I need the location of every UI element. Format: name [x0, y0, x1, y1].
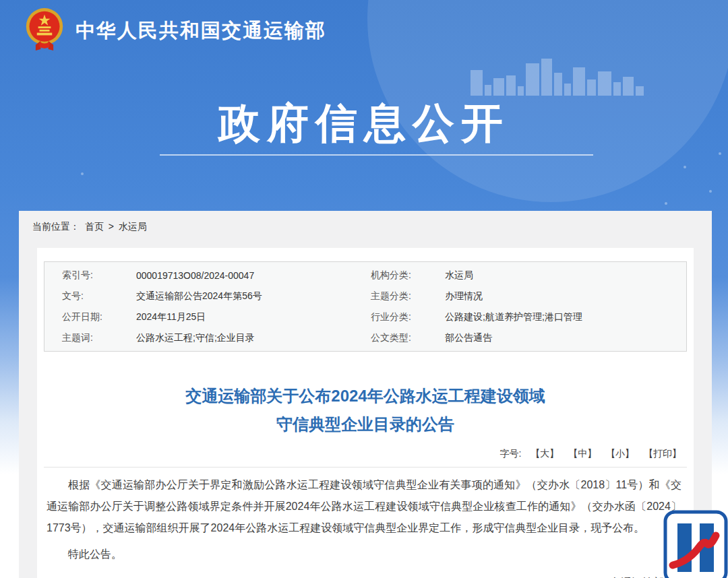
meta-value: 000019713O08/2024-00047 — [136, 270, 365, 281]
print-button[interactable]: 【打印】 — [644, 448, 681, 459]
site-title-link[interactable]: 中华人民共和国交通运输部 — [75, 18, 326, 44]
article-title-line1: 交通运输部关于公布2024年公路水运工程建设领域 — [37, 382, 694, 410]
breadcrumb-separator: > — [109, 221, 114, 232]
meta-value: 2024年11月25日 — [136, 311, 365, 323]
meta-value: 交通运输部公告2024年第56号 — [136, 290, 365, 302]
decor-dot — [81, 172, 84, 175]
logo-icon — [663, 510, 728, 578]
font-size-label: 字号: — [500, 448, 522, 459]
meta-label: 行业分类: — [365, 311, 445, 323]
font-medium-button[interactable]: 【中】 — [568, 448, 597, 459]
content-card: 当前位置： 首页 > 水运局 索引号: 000019713O08/2024-00… — [19, 211, 712, 578]
decor-dot — [709, 190, 712, 193]
cityscape-silhouette — [471, 55, 673, 96]
page-banner-title: 政府信息公开 — [0, 95, 728, 152]
article-title: 交通运输部关于公布2024年公路水运工程建设领域 守信典型企业目录的公告 — [37, 382, 694, 439]
header-bar: 中华人民共和国交通运输部 — [0, 0, 728, 61]
article-body: 根据《交通运输部办公厅关于界定和激励公路水运工程建设领域守信典型企业有关事项的通… — [47, 474, 681, 565]
banner-underline — [160, 154, 593, 156]
font-size-controls: 字号: 【大】 【中】 【小】 【打印】 — [37, 448, 694, 460]
article-title-line2: 守信典型企业目录的公告 — [37, 410, 694, 439]
font-large-button[interactable]: 【大】 — [530, 448, 559, 459]
meta-value: 部公告通告 — [445, 332, 686, 344]
font-small-button[interactable]: 【小】 — [606, 448, 634, 459]
meta-label: 文号: — [44, 290, 136, 302]
decor-dot — [665, 202, 667, 205]
meta-value: 水运局 — [445, 269, 686, 282]
national-emblem-icon — [24, 6, 65, 55]
meta-label: 主题词: — [44, 332, 136, 344]
meta-table: 索引号: 000019713O08/2024-00047 机构分类: 水运局 文… — [44, 261, 687, 352]
meta-row: 公开日期: 2024年11月25日 行业分类: 公路建设;航道养护管理;港口管理 — [44, 307, 686, 327]
decor-dot — [684, 166, 686, 168]
floating-logo-badge[interactable] — [663, 510, 728, 578]
meta-row: 索引号: 000019713O08/2024-00047 机构分类: 水运局 — [44, 265, 686, 286]
breadcrumb-current-link[interactable]: 水运局 — [119, 221, 147, 232]
meta-value: 公路水运工程;守信;企业目录 — [136, 332, 365, 344]
breadcrumb-label: 当前位置： — [32, 221, 80, 232]
meta-row: 文号: 交通运输部公告2024年第56号 主题分类: 办理情况 — [44, 286, 686, 307]
meta-label: 索引号: — [44, 269, 136, 282]
decor-dot — [719, 152, 721, 155]
page-background: 中华人民共和国交通运输部 政府信息公开 当前位置： 首页 > 水运局 索引号: … — [0, 0, 728, 578]
breadcrumb: 当前位置： 首页 > 水运局 — [32, 221, 147, 233]
meta-label: 主题分类: — [365, 290, 445, 302]
meta-label: 公开日期: — [44, 311, 136, 323]
meta-value: 办理情况 — [445, 290, 686, 302]
breadcrumb-home-link[interactable]: 首页 — [85, 221, 104, 232]
paragraph-1: 根据《交通运输部办公厅关于界定和激励公路水运工程建设领域守信典型企业有关事项的通… — [47, 474, 681, 539]
meta-label: 公文类型: — [365, 332, 445, 344]
article-card: 索引号: 000019713O08/2024-00047 机构分类: 水运局 文… — [37, 248, 694, 578]
meta-value: 公路建设;航道养护管理;港口管理 — [445, 311, 686, 323]
meta-label: 机构分类: — [365, 269, 445, 282]
meta-row: 主题词: 公路水运工程;守信;企业目录 公文类型: 部公告通告 — [44, 327, 686, 348]
paragraph-2: 特此公告。 — [47, 544, 681, 565]
title-divider — [44, 467, 687, 468]
